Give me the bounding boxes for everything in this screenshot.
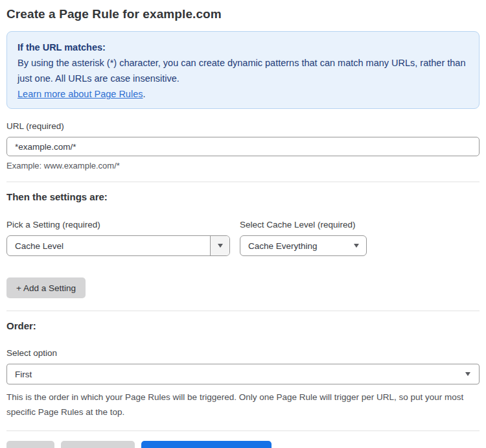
learn-more-link[interactable]: Learn more about Page Rules bbox=[17, 89, 143, 99]
setting-select-arrow-section[interactable] bbox=[210, 236, 229, 255]
settings-section-heading: Then the settings are: bbox=[6, 191, 480, 202]
page-rule-form: Create a Page Rule for example.com If th… bbox=[0, 0, 486, 448]
page-title: Create a Page Rule for example.com bbox=[6, 7, 480, 21]
form-action-row: Cancel Save as Draft Save and Deploy Pag… bbox=[6, 441, 480, 448]
add-setting-button[interactable]: + Add a Setting bbox=[6, 277, 86, 298]
url-helper-text: Example: www.example.com/* bbox=[6, 161, 480, 171]
order-select-label: Select option bbox=[6, 348, 480, 358]
link-suffix: . bbox=[143, 89, 145, 99]
order-section-heading: Order: bbox=[6, 320, 480, 331]
setting-select-label: Pick a Setting (required) bbox=[6, 220, 230, 230]
save-and-deploy-button[interactable]: Save and Deploy Page Rule bbox=[141, 441, 272, 448]
order-arrow-wrap bbox=[457, 372, 479, 376]
order-select[interactable]: First bbox=[6, 364, 480, 384]
cache-level-select[interactable]: Cache Everything bbox=[240, 235, 367, 256]
chevron-down-icon bbox=[465, 372, 470, 376]
cache-level-select-label: Select Cache Level (required) bbox=[240, 220, 367, 230]
order-helper-text: This is the order in which your Page Rul… bbox=[6, 390, 473, 419]
chevron-down-icon bbox=[354, 244, 359, 248]
order-select-value: First bbox=[7, 370, 457, 379]
setting-select-field: Pick a Setting (required) Cache Level bbox=[6, 220, 230, 256]
cache-level-select-field: Select Cache Level (required) Cache Ever… bbox=[240, 220, 367, 256]
url-match-info-box: If the URL matches: By using the asteris… bbox=[6, 31, 480, 109]
cache-level-arrow-wrap bbox=[347, 244, 366, 248]
divider bbox=[6, 430, 480, 431]
save-as-draft-button[interactable]: Save as Draft bbox=[61, 441, 135, 448]
setting-select[interactable]: Cache Level bbox=[6, 235, 230, 256]
url-input[interactable] bbox=[6, 137, 480, 156]
info-box-heading: If the URL matches: bbox=[17, 40, 469, 55]
info-box-body: By using the asterisk (*) character, you… bbox=[17, 55, 469, 86]
chevron-down-icon bbox=[218, 244, 223, 248]
cache-level-select-value: Cache Everything bbox=[240, 241, 347, 251]
cancel-button[interactable]: Cancel bbox=[6, 441, 54, 448]
url-field-label: URL (required) bbox=[6, 121, 480, 131]
settings-select-row: Pick a Setting (required) Cache Level Se… bbox=[6, 220, 480, 256]
divider bbox=[6, 182, 480, 182]
divider bbox=[6, 311, 480, 311]
setting-select-value: Cache Level bbox=[7, 241, 210, 251]
info-box-link-line: Learn more about Page Rules. bbox=[17, 86, 469, 102]
